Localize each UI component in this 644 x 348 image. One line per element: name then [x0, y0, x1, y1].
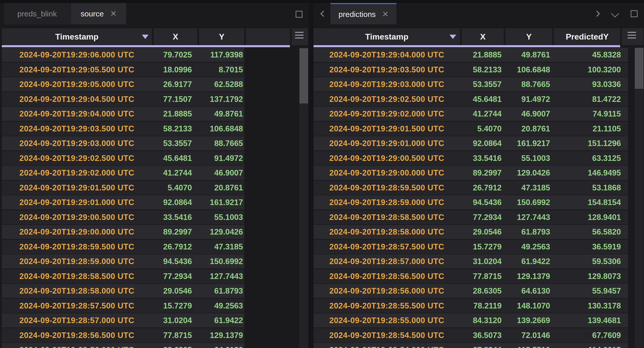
table-row[interactable]: 2024-09-20T19:28:54.000 UTC 67.3344 115.… [314, 343, 628, 348]
table-row[interactable]: 2024-09-20T19:29:02.000 UTC 41.2744 46.9… [2, 166, 244, 180]
cell-x: 84.3120 [460, 313, 506, 327]
cell-y: 55.1003 [506, 151, 552, 165]
column-header-empty [246, 28, 290, 45]
scrollbar[interactable] [635, 48, 643, 348]
close-icon[interactable]: × [110, 8, 116, 18]
table-row[interactable]: 2024-09-20T19:28:58.500 UTC 77.2934 127.… [314, 210, 628, 224]
cell-timestamp: 2024-09-20T19:28:57.500 UTC [314, 240, 460, 254]
table-row[interactable]: 2024-09-20T19:29:00.500 UTC 33.5416 55.1… [2, 210, 244, 224]
cell-timestamp: 2024-09-20T19:29:04.500 UTC [2, 92, 152, 106]
cell-x: 45.6481 [460, 92, 506, 106]
maximize-icon[interactable] [296, 11, 303, 18]
cell-x: 79.7025 [152, 48, 197, 62]
cell-y: 49.2563 [197, 299, 244, 313]
table-row[interactable]: 2024-09-20T19:29:00.500 UTC 33.5416 55.1… [314, 151, 628, 165]
back-icon[interactable] [320, 11, 326, 17]
table-row[interactable]: 2024-09-20T19:29:04.000 UTC 21.8885 49.8… [2, 107, 244, 121]
column-divider [504, 28, 505, 45]
maximize-icon[interactable] [631, 10, 638, 17]
table-row[interactable]: 2024-09-20T19:29:06.000 UTC 79.7025 117.… [2, 48, 244, 62]
table-row[interactable]: 2024-09-20T19:28:56.500 UTC 77.8715 129.… [2, 328, 244, 342]
table-row[interactable]: 2024-09-20T19:28:59.000 UTC 94.5436 150.… [314, 195, 628, 209]
table-row[interactable]: 2024-09-20T19:29:03.000 UTC 53.3557 88.7… [314, 77, 628, 91]
table-row[interactable]: 2024-09-20T19:28:56.000 UTC 28.6305 64.6… [2, 343, 244, 348]
tab-preds-blink[interactable]: preds_blink [4, 3, 70, 24]
column-header-timestamp[interactable]: Timestamp [2, 28, 152, 45]
column-divider [552, 28, 554, 45]
table-row[interactable]: 2024-09-20T19:29:05.500 UTC 18.0996 8.70… [2, 63, 244, 77]
table-row[interactable]: 2024-09-20T19:29:01.000 UTC 92.0864 161.… [314, 136, 628, 150]
table-row[interactable]: 2024-09-20T19:29:03.500 UTC 58.2133 106.… [314, 63, 628, 77]
table-row[interactable]: 2024-09-20T19:29:01.500 UTC 5.4070 20.87… [314, 122, 628, 136]
column-header-timestamp[interactable]: Timestamp [314, 28, 460, 45]
cell-x: 31.0204 [460, 254, 506, 268]
column-header-y[interactable]: Y [506, 28, 552, 45]
table-row[interactable]: 2024-09-20T19:28:56.500 UTC 77.8715 129.… [314, 269, 628, 283]
tab-source[interactable]: source × [71, 3, 126, 24]
table-row[interactable]: 2024-09-20T19:29:00.000 UTC 89.2997 129.… [2, 225, 244, 239]
scrollbar-thumb[interactable] [635, 48, 643, 89]
cell-x: 41.2744 [460, 107, 506, 121]
table-row[interactable]: 2024-09-20T19:29:02.500 UTC 45.6481 91.4… [314, 92, 628, 106]
table-row[interactable]: 2024-09-20T19:28:57.500 UTC 15.7279 49.2… [314, 240, 628, 254]
table-row[interactable]: 2024-09-20T19:28:57.500 UTC 15.7279 49.2… [2, 299, 244, 313]
table-row[interactable]: 2024-09-20T19:29:02.000 UTC 41.2744 46.9… [314, 107, 628, 121]
header-underline [2, 45, 290, 47]
table-row[interactable]: 2024-09-20T19:28:59.500 UTC 26.7912 47.3… [314, 181, 628, 195]
column-header-x[interactable]: X [154, 28, 197, 45]
table-row[interactable]: 2024-09-20T19:28:58.000 UTC 29.0546 61.8… [2, 284, 244, 298]
cell-x: 5.4070 [152, 181, 197, 195]
column-header-y[interactable]: Y [199, 28, 244, 45]
table-row[interactable]: 2024-09-20T19:28:59.000 UTC 94.5436 150.… [2, 254, 244, 268]
table-row[interactable]: 2024-09-20T19:28:55.500 UTC 78.2119 148.… [314, 299, 628, 313]
cell-x: 31.0204 [152, 313, 197, 327]
cell-y: 150.6992 [197, 254, 244, 268]
table-row[interactable]: 2024-09-20T19:29:04.000 UTC 21.8885 49.8… [314, 48, 628, 62]
table-row[interactable]: 2024-09-20T19:28:58.000 UTC 29.0546 61.8… [314, 225, 628, 239]
cell-y: 127.7443 [197, 269, 244, 283]
column-header-predictedy[interactable]: PredictedY [554, 28, 620, 45]
cell-timestamp: 2024-09-20T19:28:59.500 UTC [314, 181, 460, 195]
cell-y: 49.2563 [506, 240, 552, 254]
menu-icon[interactable] [295, 32, 304, 42]
table-row[interactable]: 2024-09-20T19:28:57.000 UTC 31.0204 61.9… [2, 313, 244, 327]
cell-predictedy: 53.1868 [552, 181, 628, 195]
column-header-x[interactable]: X [462, 28, 504, 45]
close-icon[interactable]: × [382, 9, 388, 19]
table-row[interactable]: 2024-09-20T19:28:55.000 UTC 84.3120 139.… [314, 313, 628, 327]
table-body: 2024-09-20T19:29:06.000 UTC 79.7025 117.… [2, 48, 244, 348]
cell-timestamp: 2024-09-20T19:29:00.500 UTC [314, 151, 460, 165]
cell-timestamp: 2024-09-20T19:28:58.500 UTC [314, 210, 460, 224]
table-row[interactable]: 2024-09-20T19:28:54.500 UTC 36.5073 72.0… [314, 328, 628, 342]
menu-icon[interactable] [628, 32, 636, 42]
forward-icon[interactable] [594, 11, 600, 17]
table-row[interactable]: 2024-09-20T19:28:57.000 UTC 31.0204 61.9… [314, 254, 628, 268]
table-row[interactable]: 2024-09-20T19:29:03.000 UTC 53.3557 88.7… [2, 136, 244, 150]
table-row[interactable]: 2024-09-20T19:29:01.500 UTC 5.4070 20.87… [2, 181, 244, 195]
table-row[interactable]: 2024-09-20T19:29:00.000 UTC 89.2997 129.… [314, 166, 628, 180]
table-header: Timestamp X Y PredictedY [314, 28, 643, 45]
table-row[interactable]: 2024-09-20T19:29:02.500 UTC 45.6481 91.4… [2, 151, 244, 165]
cell-y: 46.9007 [197, 166, 244, 180]
cell-timestamp: 2024-09-20T19:29:05.500 UTC [2, 63, 152, 77]
table-row[interactable]: 2024-09-20T19:29:01.000 UTC 92.0864 161.… [2, 195, 244, 209]
cell-timestamp: 2024-09-20T19:28:59.000 UTC [2, 254, 152, 268]
column-divider [620, 28, 622, 45]
scrollbar[interactable] [299, 48, 308, 348]
tab-predictions[interactable]: predictions × [330, 3, 396, 24]
table-row[interactable]: 2024-09-20T19:29:04.500 UTC 77.1507 137.… [2, 92, 244, 106]
table-row[interactable]: 2024-09-20T19:29:05.000 UTC 26.9177 62.5… [2, 77, 244, 91]
cell-x: 67.3344 [460, 343, 506, 348]
table-row[interactable]: 2024-09-20T19:29:03.500 UTC 58.2133 106.… [2, 122, 244, 136]
cell-timestamp: 2024-09-20T19:28:59.000 UTC [314, 195, 460, 209]
header-underline [314, 45, 620, 47]
cell-x: 18.0996 [152, 63, 197, 77]
chevron-down-icon[interactable] [611, 9, 619, 17]
cell-timestamp: 2024-09-20T19:28:59.500 UTC [2, 240, 152, 254]
scrollbar-thumb[interactable] [299, 48, 308, 103]
table-row[interactable]: 2024-09-20T19:28:56.000 UTC 28.6305 64.6… [314, 284, 628, 298]
table-row[interactable]: 2024-09-20T19:28:59.500 UTC 26.7912 47.3… [2, 240, 244, 254]
table-row[interactable]: 2024-09-20T19:28:58.500 UTC 77.2934 127.… [2, 269, 244, 283]
cell-x: 15.7279 [460, 240, 506, 254]
cell-timestamp: 2024-09-20T19:28:57.500 UTC [2, 299, 152, 313]
